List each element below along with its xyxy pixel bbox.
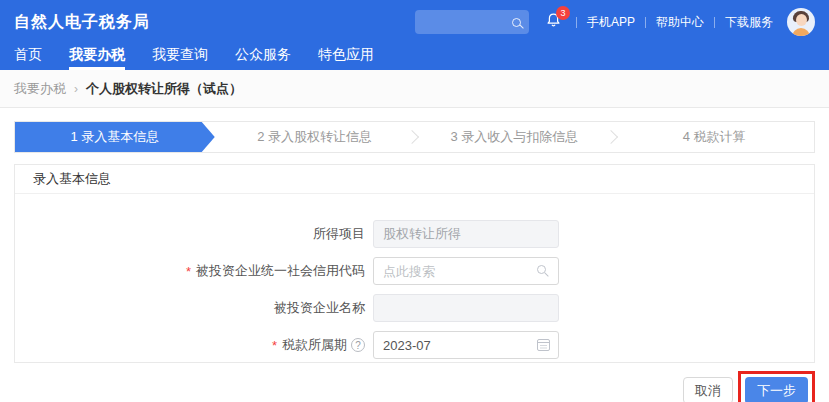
label-text: 被投资企业名称 — [274, 299, 365, 317]
calendar-icon[interactable] — [537, 339, 550, 351]
field-label: 所得项目 — [15, 225, 365, 243]
app-header: 自然人电子税务局 3 手机APP 帮助中心 下载服务 — [0, 0, 829, 44]
nav-item-home[interactable]: 首页 — [14, 44, 42, 70]
avatar-body — [792, 28, 810, 36]
nav-item-public-service[interactable]: 公众服务 — [235, 44, 291, 70]
basic-info-form: 所得项目 * 被投资企业统一社会信用代码 被投资企业名称 — [15, 194, 814, 359]
link-mobile-app[interactable]: 手机APP — [587, 14, 635, 31]
basic-info-card: 录入基本信息 所得项目 * 被投资企业统一社会信用代码 — [14, 164, 815, 363]
step-3-income-deduction-info: 3 录入收入与扣除信息 — [415, 122, 615, 152]
breadcrumb-current: 个人股权转让所得（试点） — [86, 80, 242, 98]
nav-item-featured-apps[interactable]: 特色应用 — [318, 44, 374, 70]
required-asterisk: * — [186, 264, 191, 279]
input-wrap — [373, 331, 559, 359]
income-item-field — [373, 220, 559, 248]
input-wrap — [373, 257, 559, 285]
next-step-button[interactable]: 下一步 — [745, 377, 808, 402]
credit-code-search-field[interactable] — [373, 257, 559, 285]
annotation-highlight: 下一步 — [738, 371, 815, 402]
tax-period-field[interactable] — [373, 331, 559, 359]
breadcrumb: 我要办税 › 个人股权转让所得（试点） — [0, 70, 829, 108]
page: 自然人电子税务局 3 手机APP 帮助中心 下载服务 — [0, 0, 829, 402]
step-1-basic-info: 1 录入基本信息 — [15, 122, 215, 152]
breadcrumb-parent[interactable]: 我要办税 — [14, 80, 66, 98]
search-icon[interactable] — [537, 265, 546, 274]
user-avatar[interactable] — [787, 8, 815, 36]
step-2-equity-transfer-info: 2 录入股权转让信息 — [215, 122, 415, 152]
footer-actions: 取消 下一步 — [0, 363, 829, 402]
avatar-face — [796, 14, 807, 26]
form-row-credit-code: * 被投资企业统一社会信用代码 — [15, 257, 814, 285]
enterprise-name-field — [373, 294, 559, 322]
app-title: 自然人电子税务局 — [14, 12, 150, 33]
label-text: 所得项目 — [313, 225, 365, 243]
header-actions: 3 手机APP 帮助中心 下载服务 — [415, 8, 815, 36]
input-wrap — [373, 294, 559, 322]
nav-item-query[interactable]: 我要查询 — [152, 44, 208, 70]
help-icon[interactable]: ? — [351, 338, 365, 352]
cancel-button[interactable]: 取消 — [683, 377, 733, 402]
step-4-tax-calculation: 4 税款计算 — [614, 122, 814, 152]
divider — [645, 17, 646, 28]
notifications-button[interactable]: 3 — [545, 12, 562, 32]
link-download-service[interactable]: 下载服务 — [725, 14, 773, 31]
nav-item-tax-handling[interactable]: 我要办税 — [69, 44, 125, 70]
notification-badge: 3 — [556, 6, 570, 20]
main-nav: 首页 我要办税 我要查询 公众服务 特色应用 — [0, 44, 829, 70]
label-text: 税款所属期 — [282, 336, 347, 354]
label-text: 被投资企业统一社会信用代码 — [196, 262, 365, 280]
form-row-income-item: 所得项目 — [15, 220, 814, 248]
link-help-center[interactable]: 帮助中心 — [656, 14, 704, 31]
form-row-enterprise-name: 被投资企业名称 — [15, 294, 814, 322]
field-label: 被投资企业名称 — [15, 299, 365, 317]
field-label: * 被投资企业统一社会信用代码 — [15, 262, 365, 280]
field-label: * 税款所属期 ? — [15, 336, 365, 354]
step-wizard: 1 录入基本信息 2 录入股权转让信息 3 录入收入与扣除信息 4 税款计算 — [14, 121, 815, 153]
form-row-tax-period: * 税款所属期 ? — [15, 331, 814, 359]
header-search-input[interactable] — [415, 10, 529, 34]
divider — [714, 17, 715, 28]
search-icon — [512, 18, 521, 27]
section-title: 录入基本信息 — [15, 165, 814, 194]
required-asterisk: * — [272, 338, 277, 353]
chevron-right-icon: › — [74, 82, 78, 96]
divider — [576, 17, 577, 28]
input-wrap — [373, 220, 559, 248]
